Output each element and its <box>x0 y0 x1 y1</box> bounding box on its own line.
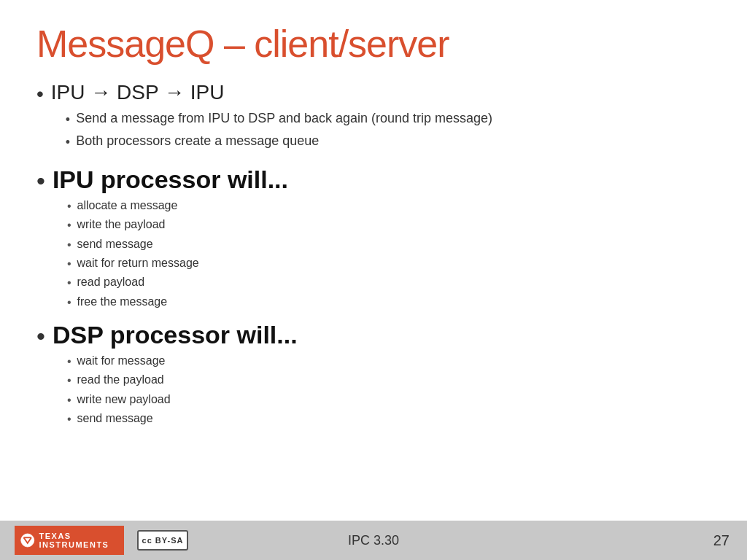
bullet-l3-2-1: • <box>67 198 71 214</box>
list-item: • send message <box>67 411 298 427</box>
bullet-l3-2-3: • <box>67 237 71 253</box>
bullet-l3-3-2: • <box>67 373 71 389</box>
footer-center-text: IPC 3.30 <box>348 533 399 548</box>
slide-title: MessageQ – client/server <box>36 22 711 66</box>
l1-content-2: IPU processor will... • allocate a messa… <box>53 165 288 313</box>
slide: MessageQ – client/server • IPU → DSP → I… <box>0 0 747 560</box>
list-item: • read payload <box>67 274 288 291</box>
bullet-l3-2-5: • <box>67 275 71 291</box>
list-item: • Both processors create a message queue <box>66 132 492 152</box>
l3-text-2-2: write the payload <box>77 217 166 233</box>
l3-text-2-1: allocate a message <box>77 198 178 214</box>
l3-list-2: • allocate a message • write the payload… <box>67 198 288 311</box>
bullet-l3-3-4: • <box>67 411 71 427</box>
ti-logo: TEXAS INSTRUMENTS <box>15 526 124 555</box>
bullet-l3-2-4: • <box>67 256 71 272</box>
slide-content: MessageQ – client/server • IPU → DSP → I… <box>0 0 747 521</box>
l3-text-3-3: write new payload <box>77 392 171 408</box>
footer-page-number: 27 <box>713 532 729 549</box>
list-item: • free the message <box>67 294 288 311</box>
bullet-l3-2-2: • <box>67 217 71 233</box>
l3-text-2-6: free the message <box>77 294 168 310</box>
list-item: • wait for return message <box>67 255 288 272</box>
bullet-l3-3-1: • <box>67 354 71 370</box>
bullet-l1-2: • <box>36 166 45 196</box>
l3-text-2-3: send message <box>77 236 153 252</box>
list-item: • wait for message <box>67 353 298 370</box>
list-item: • read the payload <box>67 372 298 389</box>
l3-text-2-5: read payload <box>77 274 145 290</box>
l2-list-1: • Send a message from IPU to DSP and bac… <box>66 109 492 152</box>
ti-logo-text: TEXAS INSTRUMENTS <box>39 532 119 549</box>
slide-footer: TEXAS INSTRUMENTS cc BY-SA IPC 3.30 27 <box>0 521 747 560</box>
l3-text-3-4: send message <box>77 411 153 427</box>
bullet-l2-1-1: • <box>66 111 70 129</box>
footer-logo-area: TEXAS INSTRUMENTS cc BY-SA <box>15 526 188 555</box>
cc-badge: cc BY-SA <box>137 530 188 551</box>
list-item: • DSP processor will... • wait for messa… <box>36 320 711 429</box>
list-item: • send message <box>67 236 288 253</box>
l2-text-1-2: Both processors create a message queue <box>76 132 319 150</box>
bullet-l3-2-6: • <box>67 295 71 311</box>
bullet-l1-1: • <box>36 82 44 106</box>
l1-text-3: DSP processor will... <box>53 321 298 349</box>
bullet-l2-1-2: • <box>66 133 70 152</box>
list-item: • allocate a message <box>67 198 288 214</box>
ti-logo-icon <box>20 531 35 550</box>
l3-text-2-4: wait for return message <box>77 255 199 271</box>
list-item: • IPU processor will... • allocate a mes… <box>36 165 711 313</box>
list-item: • IPU → DSP → IPU • Send a message from … <box>36 80 711 158</box>
l2-text-1-1: Send a message from IPU to DSP and back … <box>76 109 492 128</box>
l3-text-3-2: read the payload <box>77 372 164 388</box>
l1-content-1: IPU → DSP → IPU • Send a message from IP… <box>51 80 492 158</box>
list-item: • write the payload <box>67 217 288 233</box>
list-item: • write new payload <box>67 392 298 408</box>
svg-point-0 <box>21 534 34 547</box>
l3-text-3-1: wait for message <box>77 353 166 369</box>
list-item: • Send a message from IPU to DSP and bac… <box>66 109 492 129</box>
l1-text-1: IPU → DSP → IPU <box>51 81 225 104</box>
l3-list-3: • wait for message • read the payload • … <box>67 353 298 428</box>
l1-text-2: IPU processor will... <box>53 166 288 193</box>
bullet-l1-3: • <box>36 322 45 351</box>
bullet-l3-3-3: • <box>67 392 71 408</box>
l1-content-3: DSP processor will... • wait for message… <box>53 320 298 429</box>
